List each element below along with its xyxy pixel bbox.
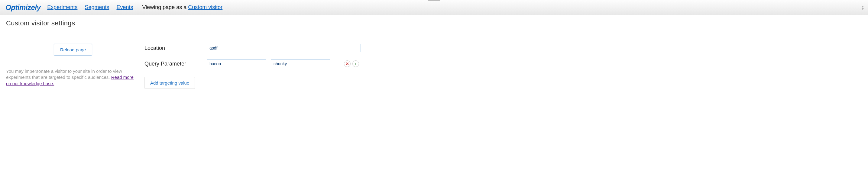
viewing-as-link[interactable]: Custom visitor xyxy=(188,4,222,10)
page-title-row: Custom visitor settings xyxy=(0,15,868,32)
main-content: Reload page You may impersonate a visito… xyxy=(0,32,465,89)
location-row: Location xyxy=(145,44,459,52)
viewing-as-text: Viewing page as a Custom visitor xyxy=(142,4,222,10)
left-column: Reload page You may impersonate a visito… xyxy=(0,44,145,89)
query-parameter-label: Query Parameter xyxy=(145,61,207,67)
page-title: Custom visitor settings xyxy=(6,19,862,27)
help-text: You may impersonate a visitor to your si… xyxy=(6,68,138,87)
help-text-body: You may impersonate a visitor to your si… xyxy=(6,69,122,80)
add-icon[interactable]: + xyxy=(352,61,359,67)
nav-segments[interactable]: Segments xyxy=(85,4,109,10)
nav-events[interactable]: Events xyxy=(116,4,133,10)
remove-icon[interactable]: ✕ xyxy=(344,61,350,67)
brand-logo: Optimizely xyxy=(5,3,40,12)
query-value-input[interactable] xyxy=(271,60,330,68)
location-label: Location xyxy=(145,45,207,51)
location-input[interactable] xyxy=(207,44,361,52)
viewing-prefix: Viewing page as a xyxy=(142,4,188,10)
expand-chevron-icon[interactable]: ▾▾ xyxy=(862,5,864,10)
top-bar: ▾▾ Optimizely Experiments Segments Event… xyxy=(0,0,868,15)
query-parameter-row: Query Parameter ✕ + xyxy=(145,60,459,68)
form-column: Location Query Parameter ✕ + Add targeti… xyxy=(145,44,465,89)
reload-page-button[interactable]: Reload page xyxy=(54,44,92,56)
drag-handle-icon[interactable] xyxy=(428,0,440,1)
nav-experiments[interactable]: Experiments xyxy=(47,4,78,10)
add-targeting-value-button[interactable]: Add targeting value xyxy=(145,77,195,89)
query-key-input[interactable] xyxy=(207,60,266,68)
